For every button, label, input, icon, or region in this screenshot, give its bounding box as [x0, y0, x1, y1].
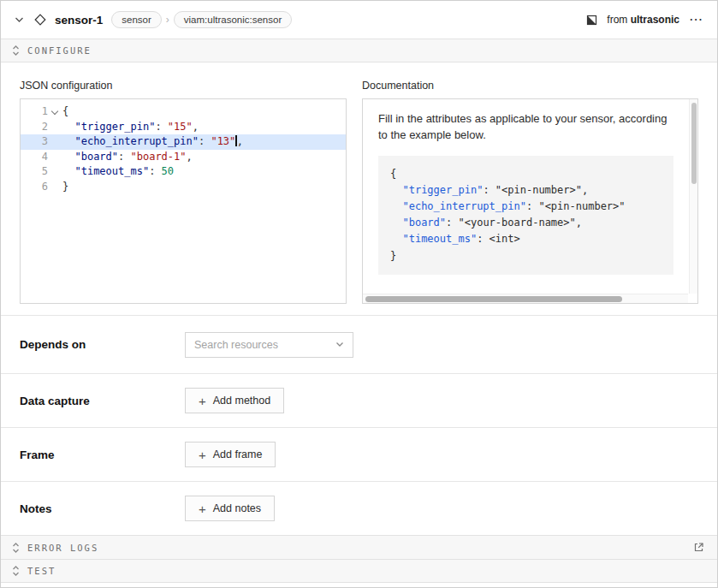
- notes-row: Notes + Add notes: [1, 481, 717, 535]
- code-text[interactable]: "echo_interrupt_pin": "13",: [62, 134, 243, 150]
- line-number: 3: [21, 134, 48, 150]
- code-line[interactable]: 1{: [21, 104, 346, 120]
- test-section-bar[interactable]: TEST: [1, 559, 717, 583]
- documentation-panel: Fill in the attributes as applicable to …: [362, 98, 698, 304]
- doc-code-line: {: [390, 166, 662, 182]
- doc-code-block: { "trigger_pin": "<pin-number>", "echo_i…: [378, 156, 673, 275]
- from-module-label: from ultrasonic: [607, 14, 679, 26]
- add-method-button[interactable]: + Add method: [185, 388, 284, 413]
- fold-gutter: [48, 180, 62, 195]
- resource-type-badge: sensor: [111, 11, 162, 28]
- fold-gutter: [48, 164, 62, 180]
- fold-gutter: [48, 120, 62, 135]
- unfold-chevrons-icon: [12, 542, 20, 554]
- doc-code-line: "trigger_pin": "<pin-number>",: [390, 182, 662, 199]
- from-prefix: from: [607, 14, 627, 26]
- json-editor[interactable]: 1{2 "trigger_pin": "15",3 "echo_interrup…: [20, 98, 347, 304]
- overflow-menu-button[interactable]: ⋯: [687, 13, 705, 27]
- add-frame-button[interactable]: + Add frame: [185, 442, 276, 467]
- code-text[interactable]: "trigger_pin": "15",: [62, 120, 199, 135]
- open-in-new-icon[interactable]: [691, 540, 706, 555]
- add-method-button-label: Add method: [213, 395, 270, 407]
- resource-card: sensor-1 sensor › viam:ultrasonic:sensor…: [0, 0, 718, 588]
- notes-label: Notes: [20, 502, 185, 515]
- code-line[interactable]: 4 "board": "board-1",: [21, 150, 346, 165]
- documentation-column: Documentation Fill in the attributes as …: [362, 80, 698, 304]
- search-resources-input[interactable]: [194, 339, 335, 351]
- resource-model-badge: viam:ultrasonic:sensor: [174, 11, 292, 28]
- vertical-scrollbar[interactable]: [689, 99, 697, 294]
- error-logs-section-bar[interactable]: ERROR LOGS: [1, 535, 717, 559]
- code-text[interactable]: "board": "board-1",: [62, 150, 193, 165]
- code-line[interactable]: 2 "trigger_pin": "15",: [21, 120, 346, 135]
- json-config-label: JSON configuration: [20, 80, 347, 92]
- code-text[interactable]: {: [62, 104, 68, 120]
- unfold-chevrons-icon: [12, 565, 20, 577]
- line-number: 5: [21, 164, 48, 180]
- code-line[interactable]: 3 "echo_interrupt_pin": "13",: [21, 134, 346, 150]
- module-icon: [584, 13, 599, 27]
- line-number: 1: [21, 104, 48, 120]
- vertical-scrollbar-thumb[interactable]: [691, 103, 697, 184]
- code-text[interactable]: }: [62, 180, 68, 195]
- depends-on-label: Depends on: [20, 338, 185, 351]
- add-notes-button[interactable]: + Add notes: [185, 496, 275, 521]
- doc-code-line: }: [390, 248, 662, 264]
- card-header: sensor-1 sensor › viam:ultrasonic:sensor…: [1, 1, 717, 39]
- unfold-chevrons-icon: [12, 45, 20, 56]
- documentation-content: Fill in the attributes as applicable to …: [363, 99, 697, 287]
- plus-icon: +: [199, 448, 206, 461]
- from-module-name: ultrasonic: [631, 14, 679, 26]
- frame-label: Frame: [20, 448, 185, 461]
- test-section-label: TEST: [27, 566, 56, 576]
- plus-icon: +: [199, 502, 206, 515]
- add-notes-button-label: Add notes: [213, 502, 261, 514]
- depends-on-select[interactable]: [185, 332, 353, 358]
- documentation-label: Documentation: [362, 80, 698, 92]
- line-number: 4: [21, 150, 48, 165]
- doc-code-line: "timeout_ms": <int>: [390, 231, 662, 247]
- json-config-column: JSON configuration 1{2 "trigger_pin": "1…: [20, 80, 347, 304]
- doc-code-line: "board": "<your-board-name>",: [390, 215, 662, 231]
- line-number: 6: [21, 180, 48, 195]
- frame-row: Frame + Add frame: [1, 427, 717, 481]
- data-capture-row: Data capture + Add method: [1, 373, 717, 427]
- configure-body: JSON configuration 1{2 "trigger_pin": "1…: [1, 62, 717, 315]
- fold-gutter: [48, 150, 62, 165]
- error-logs-section-label: ERROR LOGS: [27, 543, 98, 553]
- code-line[interactable]: 6}: [21, 180, 346, 195]
- collapse-chevron-icon[interactable]: [13, 15, 26, 25]
- select-chevron-down-icon: [335, 342, 344, 347]
- code-line[interactable]: 5 "timeout_ms": 50: [21, 164, 346, 180]
- documentation-intro: Fill in the attributes as applicable to …: [378, 111, 673, 144]
- horizontal-scrollbar-thumb[interactable]: [365, 296, 622, 302]
- line-number: 2: [21, 120, 48, 135]
- configure-section-label: CONFIGURE: [27, 45, 92, 56]
- depends-on-row: Depends on: [1, 315, 717, 373]
- plus-icon: +: [199, 395, 206, 407]
- fold-chevron-icon[interactable]: [48, 104, 62, 120]
- resource-name: sensor-1: [55, 14, 103, 27]
- code-text[interactable]: "timeout_ms": 50: [62, 164, 174, 180]
- data-capture-label: Data capture: [20, 395, 185, 407]
- add-frame-button-label: Add frame: [213, 448, 263, 460]
- badge-chevron-icon: ›: [166, 14, 169, 26]
- fold-gutter: [48, 134, 62, 150]
- header-right: from ultrasonic ⋯: [584, 13, 705, 27]
- doc-code-line: "echo_interrupt_pin": "<pin-number>": [390, 199, 662, 215]
- configure-section-bar[interactable]: CONFIGURE: [1, 39, 717, 62]
- sensor-diamond-icon: [33, 12, 48, 27]
- horizontal-scrollbar[interactable]: [363, 294, 688, 303]
